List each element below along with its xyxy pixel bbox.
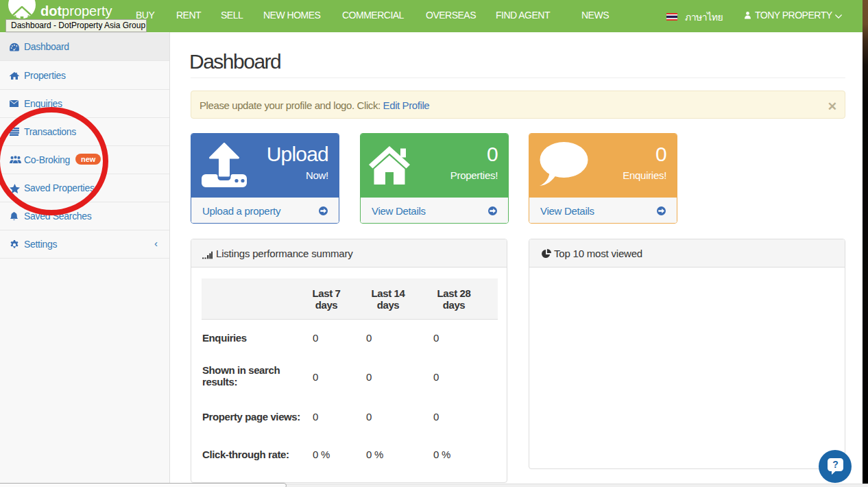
svg-text:?: ? (832, 459, 839, 470)
